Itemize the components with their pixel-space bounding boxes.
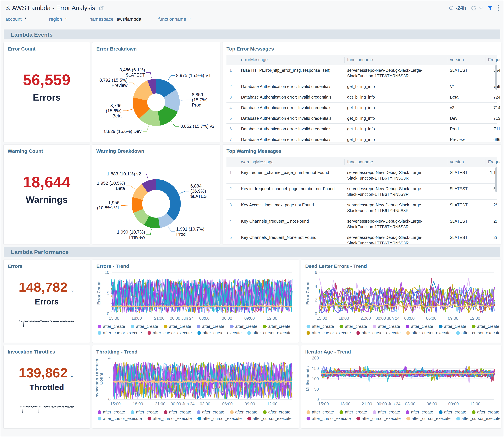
panel-error-breakdown: Error Breakdown 8,975 (15.9%) V18,859(15… (92, 42, 220, 142)
trend-down-arrow-icon: ↓ (70, 282, 75, 294)
panel-iterator-age-trend: Iterator Age - Trend 050100150200Millise… (301, 345, 501, 428)
svg-text:15:00: 15:00 (317, 316, 327, 320)
panel-errors-trend: Errors - Trend 0510Error Count15:0018:00… (92, 260, 299, 343)
legend-item[interactable]: after_create (472, 410, 499, 415)
legend-item[interactable]: after_cursor_execute (98, 416, 142, 421)
filter-namespace-input[interactable]: aws/lambda (116, 17, 149, 24)
legend-item[interactable]: after_create (164, 324, 191, 329)
legend-dot-icon (148, 331, 151, 335)
legend-item[interactable]: after_cursor_execute (456, 330, 501, 335)
svg-text:0: 0 (315, 311, 317, 316)
warning-breakdown-donut-chart: 6,884(36.9%)$LATEST1,991 (10.7%)Prod1,99… (96, 155, 216, 242)
legend-item[interactable]: after_create (406, 324, 433, 329)
table-cell: 2 (226, 184, 238, 199)
legend-item[interactable]: after_cursor_execute (406, 330, 451, 335)
column-header: errorMessage (238, 55, 344, 65)
legend-label: after_create (477, 324, 499, 329)
time-range[interactable]: -24h (456, 5, 466, 11)
legend-item[interactable]: after_create (472, 324, 499, 329)
legend-item[interactable]: after_create (339, 324, 367, 329)
legend-item[interactable]: after_create (230, 324, 257, 329)
legend-item[interactable]: after_cursor_execute (148, 330, 192, 335)
panel-title: Top Error Messages (226, 46, 497, 52)
legend-item[interactable]: after_cursor_execute (197, 330, 242, 335)
filter-functionname-input[interactable]: * (189, 17, 204, 24)
legend-item[interactable]: after_create (230, 410, 257, 415)
panel-warning-count: Warning Count 18,644 Warnings (4, 145, 90, 244)
legend-item[interactable]: after_create (439, 324, 466, 329)
svg-text:09:00: 09:00 (448, 316, 458, 320)
svg-text:1,952 (10.5%)Beta: 1,952 (10.5%)Beta (97, 181, 125, 191)
legend-item[interactable]: after_cursor_execute (456, 416, 501, 421)
kebab-menu-icon[interactable] (497, 5, 499, 11)
table-cell: serverlessrepo-New-Debug-Slack-Large-Sla… (344, 184, 447, 199)
legend-label: after_create (345, 410, 367, 415)
table-row: 4Key Channels_frequent_1 not Foundserver… (226, 216, 497, 232)
legend-item[interactable]: after_cursor_execute (356, 330, 401, 335)
legend-dot-icon (373, 410, 376, 414)
legend-item[interactable]: after_create (406, 410, 433, 415)
legend-item[interactable]: after_create (98, 324, 125, 329)
filter-account-input[interactable]: * (24, 17, 40, 24)
legend-dot-icon (197, 331, 201, 335)
legend-item[interactable]: after_cursor_execute (247, 416, 292, 421)
legend-item[interactable]: after_cursor_execute (247, 330, 292, 335)
table-row: 5Key Channels_frequent_None not Foundser… (226, 232, 497, 244)
table-cell: 286 (485, 200, 497, 216)
refresh-icon[interactable] (471, 5, 476, 11)
legend-item[interactable]: after_create (439, 410, 466, 415)
table-cell: Key Channels_frequent_1 not Found (238, 216, 344, 232)
legend-item[interactable]: after_create (98, 410, 125, 415)
svg-text:06:00: 06:00 (222, 316, 232, 320)
filter-icon[interactable] (487, 5, 493, 10)
dead-letter-trend-legend: after_createafter_createafter_createafte… (305, 324, 497, 335)
legend-item[interactable]: after_create (307, 410, 334, 415)
svg-text:0: 0 (108, 397, 111, 402)
legend-item[interactable]: after_cursor_execute (148, 416, 192, 421)
column-header: Frequency (485, 157, 501, 167)
svg-text:Count: Count (99, 373, 103, 385)
legend-item[interactable]: after_create (131, 324, 158, 329)
svg-text:12:00: 12:00 (267, 316, 277, 320)
legend-item[interactable]: after_create (263, 410, 290, 415)
legend-item[interactable]: after_cursor_execute (307, 416, 351, 421)
table-row: 2Database Authentication error: Invalid … (226, 81, 497, 92)
top-bar: 3. AWS Lambda - Error Analysis -24h (0, 0, 504, 16)
table-cell: Prod (447, 124, 485, 134)
legend-item[interactable]: after_cursor_execute (356, 416, 401, 421)
legend-item[interactable]: after_create (373, 410, 400, 415)
table-cell: $LATEST (447, 167, 485, 183)
column-header: warningMessage (238, 157, 344, 167)
filter-account: account * (5, 17, 40, 24)
clock-icon[interactable] (449, 5, 453, 10)
legend-item[interactable]: after_create (263, 324, 290, 329)
legend-dot-icon (307, 325, 310, 328)
table-scrollbar-thumb[interactable] (495, 167, 497, 192)
share-icon[interactable] (99, 5, 104, 11)
svg-text:8,792 (15.5%)Preview: 8,792 (15.5%)Preview (99, 78, 127, 88)
svg-text:00:00 Jun 24: 00:00 Jun 24 (376, 316, 400, 320)
legend-item[interactable]: after_cursor_execute (406, 416, 451, 421)
chevron-down-icon[interactable] (479, 6, 483, 10)
legend-item[interactable]: after_create (339, 410, 367, 415)
legend-item[interactable]: after_create (197, 410, 224, 415)
legend-item[interactable]: after_create (164, 410, 191, 415)
table-row: 3Database Authentication error: Invalid … (226, 92, 497, 102)
table-cell: 5 (226, 113, 238, 123)
panel-top-error-messages: Top Error Messages errorMessagefunctionn… (223, 42, 501, 142)
legend-item[interactable]: after_create (131, 410, 158, 415)
filter-region-input[interactable]: * (65, 17, 80, 24)
table-cell: 286 (485, 216, 497, 232)
legend-item[interactable]: after_create (307, 324, 334, 329)
legend-item[interactable]: after_cursor_execute (98, 330, 142, 335)
legend-item[interactable]: after_create (197, 324, 224, 329)
legend-item[interactable]: after_cursor_execute (197, 416, 242, 421)
legend-label: after_create (312, 324, 334, 329)
legend-label: after_cursor_execute (103, 330, 142, 335)
svg-text:6,884(36.9%)$LATEST: 6,884(36.9%)$LATEST (190, 184, 209, 199)
table-cell: Database Authentication error: Invalid c… (238, 81, 344, 92)
legend-item[interactable]: after_create (373, 324, 400, 329)
legend-item[interactable]: after_cursor_execute (307, 330, 351, 335)
table-cell: 724 (485, 92, 501, 102)
table-scrollbar-thumb[interactable] (495, 65, 497, 90)
